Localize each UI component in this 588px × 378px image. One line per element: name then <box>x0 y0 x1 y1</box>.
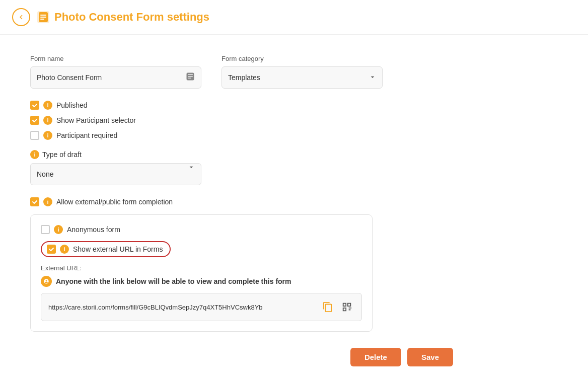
form-category-label: Form category <box>222 55 383 62</box>
show-participant-row: i Show Participant selector <box>30 116 473 125</box>
participant-required-label: Participant required <box>56 131 117 139</box>
svg-rect-3 <box>40 17 46 18</box>
published-info-icon[interactable]: i <box>43 101 52 110</box>
show-external-url-info-icon[interactable]: i <box>60 245 69 254</box>
type-of-draft-info-icon[interactable]: i <box>30 150 39 159</box>
main-content: Form name Form category Templates <box>0 35 503 378</box>
allow-external-info-icon[interactable]: i <box>43 197 52 206</box>
anyone-text: Anyone with the link below will be able … <box>56 277 291 285</box>
external-url-label: External URL: <box>41 264 362 272</box>
form-category-select-wrapper: Templates General Medical <box>222 66 383 89</box>
form-name-category-row: Form name Form category Templates <box>30 55 473 89</box>
anyone-icon <box>41 276 52 287</box>
published-label: Published <box>56 101 88 109</box>
svg-rect-6 <box>188 74 193 75</box>
footer-actions: Delete Save <box>30 348 473 366</box>
participant-required-checkbox[interactable] <box>30 131 39 140</box>
external-section: i Anonymous form i Show external URL in … <box>30 214 373 332</box>
show-participant-label: Show Participant selector <box>56 116 136 124</box>
anonymous-info-icon[interactable]: i <box>54 225 63 234</box>
allow-external-checkbox[interactable] <box>30 197 39 206</box>
svg-rect-8 <box>188 78 191 79</box>
anonymous-checkbox[interactable] <box>41 225 50 234</box>
form-name-icon <box>185 71 195 84</box>
form-header-icon <box>36 10 50 24</box>
form-category-select[interactable]: Templates General Medical <box>222 66 383 89</box>
type-of-draft-label-row: i Type of draft <box>30 150 473 159</box>
type-of-draft-select[interactable]: None Draft 1 Draft 2 <box>30 163 201 185</box>
form-name-label: Form name <box>30 55 201 62</box>
participant-required-row: i Participant required <box>30 131 473 140</box>
url-box: https://care.storii.com/forms/fill/G9cBL… <box>41 293 362 321</box>
show-external-url-checkbox[interactable] <box>47 245 56 254</box>
type-of-draft-label: Type of draft <box>42 150 82 159</box>
show-external-url-label: Show external URL in Forms <box>73 245 163 253</box>
url-actions <box>320 299 354 315</box>
form-name-group: Form name <box>30 55 201 89</box>
svg-rect-2 <box>40 15 46 16</box>
type-of-draft-section: i Type of draft None Draft 1 Draft 2 <box>30 150 473 185</box>
type-of-draft-select-wrapper: None Draft 1 Draft 2 <box>30 163 201 185</box>
anyone-notice: Anyone with the link below will be able … <box>41 276 362 287</box>
form-category-group: Form category Templates General Medical <box>222 55 383 89</box>
show-participant-checkbox[interactable] <box>30 116 39 125</box>
page-header: Photo Consent Form settings <box>0 0 588 35</box>
anonymous-label: Anonymous form <box>67 225 120 234</box>
page-title: Photo Consent Form settings <box>54 11 209 24</box>
show-external-pill: i Show external URL in Forms <box>41 241 171 257</box>
back-button[interactable] <box>12 8 30 26</box>
form-name-input[interactable] <box>30 66 201 89</box>
svg-rect-4 <box>40 19 44 20</box>
participant-required-info-icon[interactable]: i <box>43 131 52 140</box>
external-url-value: https://care.storii.com/forms/fill/G9cBL… <box>48 304 314 311</box>
copy-url-button[interactable] <box>320 299 335 315</box>
allow-external-label: Allow external/public form completion <box>56 198 173 206</box>
save-button[interactable]: Save <box>407 348 453 366</box>
checkboxes-section: i Published i Show Participant selector … <box>30 101 473 140</box>
svg-rect-7 <box>188 76 193 77</box>
delete-button[interactable]: Delete <box>350 348 401 366</box>
form-name-input-wrapper <box>30 66 201 89</box>
show-external-container: i Show external URL in Forms <box>41 241 362 257</box>
published-row: i Published <box>30 101 473 110</box>
qr-code-button[interactable] <box>339 299 354 315</box>
anonymous-row: i Anonymous form <box>41 225 362 234</box>
allow-external-row: i Allow external/public form completion <box>30 197 473 206</box>
show-participant-info-icon[interactable]: i <box>43 116 52 125</box>
published-checkbox[interactable] <box>30 101 39 110</box>
